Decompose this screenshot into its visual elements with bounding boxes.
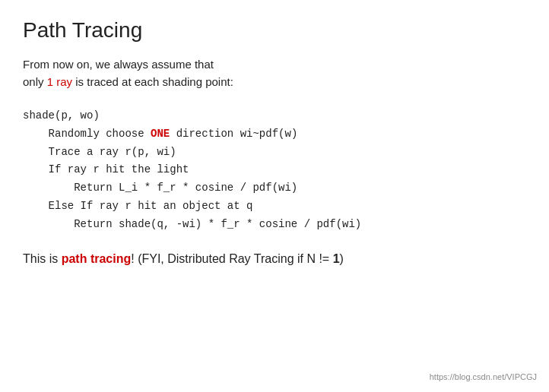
intro-line2-after: is traced at each shading point: (72, 75, 233, 88)
code-line3: If ray r hit the light (23, 161, 526, 179)
code-one-keyword: ONE (151, 128, 170, 140)
footer-path-tracing: path tracing (62, 252, 132, 265)
code-line6: Return shade(q, -wi) * f_r * cosine / pd… (23, 216, 526, 234)
code-shade-def: shade(p, wo) (23, 107, 526, 125)
footer-close: ) (340, 252, 344, 265)
intro-ray-highlight: 1 ray (47, 75, 72, 88)
footer-before: This is (23, 252, 62, 265)
code-line2: Trace a ray r(p, wi) (23, 144, 526, 162)
intro-line2-before: only (23, 75, 47, 88)
code-line1-after: direction wi~pdf(w) (170, 128, 297, 140)
code-block: shade(p, wo) Randomly choose ONE directi… (23, 107, 526, 234)
watermark: https://blog.csdn.net/VIPCGJ (430, 372, 537, 381)
intro-paragraph: From now on, we always assume that only … (23, 56, 526, 90)
code-line1-before: Randomly choose (23, 128, 151, 140)
footer-paragraph: This is path tracing! (FYI, Distributed … (23, 252, 526, 266)
code-line5: Else If ray r hit an object at q (23, 198, 526, 216)
code-line1: Randomly choose ONE direction wi~pdf(w) (23, 125, 526, 144)
footer-num: 1 (333, 252, 340, 265)
footer-after: ! (FYI, Distributed Ray Tracing if N != (131, 252, 332, 265)
page-title: Path Tracing (23, 18, 526, 43)
intro-line1: From now on, we always assume that (23, 58, 214, 71)
code-line4: Return L_i * f_r * cosine / pdf(wi) (23, 179, 526, 198)
page-container: Path Tracing From now on, we always assu… (0, 0, 549, 392)
